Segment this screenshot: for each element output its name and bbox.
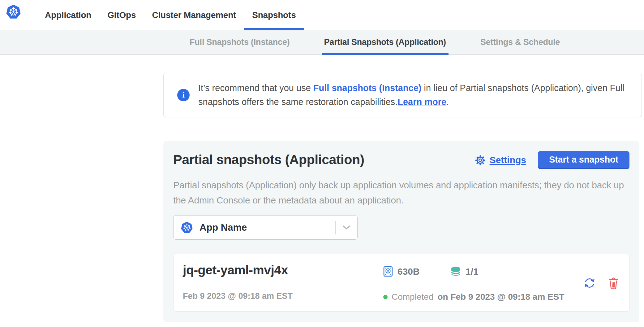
tab-settings-schedule[interactable]: Settings & Schedule — [478, 30, 562, 54]
tab-partial-snapshots[interactable]: Partial Snapshots (Application) — [322, 30, 449, 54]
gear-icon — [474, 155, 486, 166]
nav-item-cluster-management[interactable]: Cluster Management — [144, 0, 244, 30]
info-text-after: . — [446, 97, 449, 107]
snapshot-volumes-value: 1/1 — [466, 266, 479, 277]
status-dot-icon — [383, 295, 388, 299]
learn-more-link[interactable]: Learn more — [397, 97, 446, 107]
full-snapshots-link[interactable]: Full snapshots (Instance) — [313, 83, 424, 93]
snapshot-row: jq-get-yaml-mvj4x Feb 9 2023 @ 09:18 am … — [173, 254, 630, 312]
snapshot-row-actions — [582, 276, 619, 290]
panel-actions: Settings Start a snapshot — [474, 151, 629, 169]
top-navigation: Application GitOps Cluster Management Sn… — [0, 0, 644, 30]
snapshot-size-value: 630B — [397, 266, 420, 277]
info-text-before: It’s recommend that you use — [198, 83, 313, 93]
panel-description-line2: the Admin Console or the metadata about … — [173, 193, 624, 208]
nav-item-gitops[interactable]: GitOps — [99, 0, 144, 30]
snapshots-tabs: Full Snapshots (Instance) Partial Snapsh… — [187, 30, 562, 54]
info-icon: i — [177, 89, 190, 101]
kubernetes-logo-icon — [6, 5, 21, 19]
snapshot-name: jq-get-yaml-mvj4x — [183, 263, 288, 277]
panel-description: Partial snapshots (Application) only bac… — [173, 177, 624, 208]
volume-database-icon — [450, 266, 461, 277]
panel-title: Partial snapshots (Application) — [173, 152, 364, 167]
snapshots-tabbar: Full Snapshots (Instance) Partial Snapsh… — [0, 30, 644, 54]
restore-icon — [582, 276, 597, 290]
restore-snapshot-button[interactable] — [582, 276, 597, 290]
info-banner-text: It’s recommend that you use Full snapsho… — [198, 81, 628, 109]
status-completed-on: on Feb 9 2023 @ 09:18 am EST — [437, 292, 564, 302]
app-name-value: App Name — [200, 222, 247, 233]
trash-icon — [608, 277, 619, 289]
chevron-down-icon[interactable] — [336, 225, 357, 230]
delete-snapshot-button[interactable] — [608, 277, 619, 289]
kubernetes-app-icon — [181, 222, 193, 233]
status-label: Completed — [392, 292, 433, 302]
settings-label: Settings — [490, 155, 526, 165]
snapshot-created-date: Feb 9 2023 @ 09:18 am EST — [183, 291, 293, 301]
panel-description-line1: Partial snapshots (Application) only bac… — [173, 177, 624, 193]
start-snapshot-button[interactable]: Start a snapshot — [538, 151, 629, 169]
main-nav: Application GitOps Cluster Management Sn… — [37, 0, 304, 30]
snapshots-page: Application GitOps Cluster Management Sn… — [0, 0, 644, 327]
snapshot-volumes-stat: 1/1 — [450, 266, 479, 277]
settings-link[interactable]: Settings — [474, 155, 526, 166]
disk-size-icon — [383, 266, 393, 277]
info-banner: i It’s recommend that you use Full snaps… — [163, 73, 642, 117]
nav-item-snapshots[interactable]: Snapshots — [244, 0, 304, 30]
nav-item-application[interactable]: Application — [37, 0, 99, 30]
tab-full-snapshots[interactable]: Full Snapshots (Instance) — [187, 30, 292, 54]
snapshot-size-stat: 630B — [383, 266, 420, 277]
snapshot-status: Completed on Feb 9 2023 @ 09:18 am EST — [383, 292, 565, 302]
partial-snapshots-panel: Partial snapshots (Application) — [163, 141, 639, 322]
app-name-dropdown[interactable]: App Name — [173, 215, 358, 240]
